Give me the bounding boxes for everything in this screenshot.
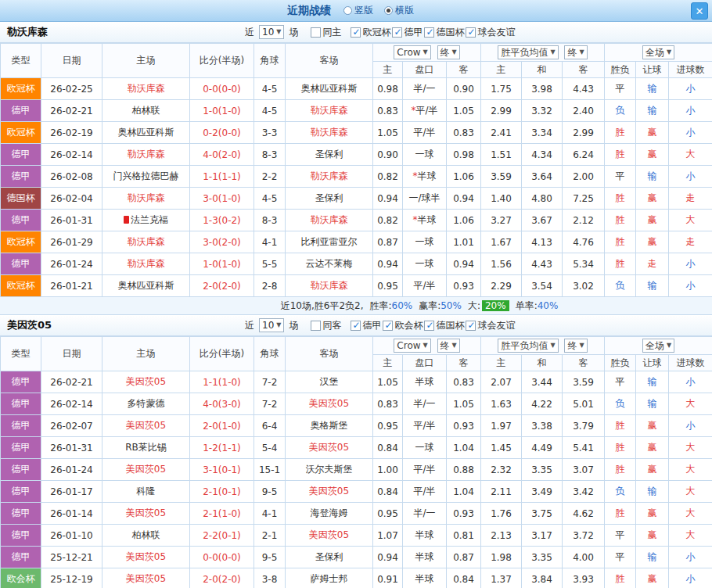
asia-away-odds: 0.84 — [447, 568, 481, 588]
away-team: 汉堡 — [286, 371, 373, 393]
home-team: 柏林联 — [102, 100, 190, 122]
result-goals: 小 — [669, 275, 712, 297]
checkbox-checked-icon — [351, 321, 361, 331]
page-title: 近期战绩 — [287, 4, 331, 18]
col-header-result-wdl: 胜负 — [605, 355, 636, 371]
match-row: 德甲25-12-21美因茨050-0(0-0)9-5圣保利0.94半球0.871… — [1, 547, 712, 568]
result-goals: 大 — [669, 525, 712, 547]
result-wdl: 胜 — [605, 503, 636, 525]
match-date: 26-01-21 — [41, 275, 102, 297]
result-handicap: 输 — [636, 393, 669, 415]
league-checkbox-欧冠杯[interactable]: 欧冠杯 — [351, 26, 390, 39]
euro-away-odds: 4.76 — [563, 231, 605, 253]
close-button[interactable]: ✕ — [691, 2, 708, 20]
handicap: 半球 — [403, 525, 447, 547]
away-team: 圣保利 — [286, 144, 373, 166]
checkbox-checked-icon — [392, 27, 402, 38]
asia-away-odds: 1.06 — [447, 166, 481, 188]
corners: 2-2 — [254, 166, 286, 188]
col-header-date: 日期 — [41, 44, 102, 78]
league-checkbox-球会友谊[interactable]: 球会友谊 — [466, 26, 515, 39]
match-count-select[interactable]: 10 ▼ — [259, 318, 284, 332]
result-goals: 小 — [669, 122, 712, 144]
dropdown-caret-icon: ▼ — [550, 46, 555, 59]
euro-odds-select[interactable]: 胜平负均值▼ — [498, 339, 558, 353]
asia-away-odds: 0.93 — [447, 415, 481, 437]
euro-home-odds: 2.11 — [481, 481, 522, 503]
checkbox-icon — [311, 27, 321, 38]
bookmaker-select[interactable]: Crow▼ — [394, 45, 430, 59]
euro-draw-odds: 3.49 — [522, 481, 563, 503]
asia-home-odds: 0.83 — [373, 100, 403, 122]
home-team: RB莱比锡 — [102, 437, 190, 459]
asia-odds-time-select[interactable]: 终▼ — [437, 45, 460, 59]
league-checkbox-球会友谊[interactable]: 球会友谊 — [466, 319, 515, 332]
away-team: 勒沃库森 — [286, 210, 373, 231]
asia-home-odds: 0.82 — [373, 210, 403, 231]
home-team: 美因茨05 — [102, 415, 190, 437]
games-label: 场 — [289, 26, 298, 39]
match-row: 欧冠杯26-01-21奥林匹亚科斯2-0(2-0)2-8勒沃库森0.95平/半0… — [1, 275, 712, 297]
result-handicap: 赢 — [636, 122, 669, 144]
result-goals: 小 — [669, 415, 712, 437]
handicap: 平/半 — [403, 122, 447, 144]
league-type-badge: 德甲 — [1, 100, 41, 122]
euro-away-odds: 2.40 — [563, 100, 605, 122]
league-checkbox-德国杯[interactable]: 德国杯 — [424, 319, 464, 332]
dropdown-caret-icon: ▼ — [579, 46, 584, 59]
result-wdl: 胜 — [605, 415, 636, 437]
euro-odds-select[interactable]: 胜平负均值▼ — [498, 45, 558, 59]
summary-profit-rate: 赢率:50% — [419, 299, 462, 313]
asia-home-odds: 0.94 — [373, 188, 403, 210]
euro-home-odds: 1.75 — [481, 78, 522, 100]
handicap: *半球 — [403, 166, 447, 188]
summary-win-value: 60% — [392, 300, 413, 311]
result-wdl: 负 — [605, 275, 636, 297]
league-type-badge: 德甲 — [1, 525, 41, 547]
period-select[interactable]: 全场▼ — [642, 45, 674, 59]
result-handicap: 赢 — [636, 188, 669, 210]
league-type-badge: 欧冠杯 — [1, 275, 41, 297]
dropdown-caret-icon: ▼ — [452, 46, 457, 59]
result-group-header: 全场▼ — [605, 337, 712, 355]
same-venue-checkbox[interactable]: 同主 — [311, 26, 341, 39]
handicap: 平/半 — [403, 481, 447, 503]
euro-odds-time-select[interactable]: 终▼ — [564, 339, 587, 353]
dropdown-caret-icon: ▼ — [276, 319, 281, 332]
same-venue-checkbox[interactable]: 同客 — [311, 319, 341, 332]
match-date: 26-01-10 — [41, 525, 102, 547]
asia-away-odds: 0.83 — [447, 122, 481, 144]
away-team: 云达不莱梅 — [286, 253, 373, 275]
match-date: 26-02-21 — [41, 371, 102, 393]
league-checkbox-德甲[interactable]: 德甲 — [351, 319, 381, 332]
layout-radio-horizontal[interactable]: 横版 — [384, 4, 414, 17]
away-team: 美因茨05 — [286, 393, 373, 415]
score: 3-0(1-0) — [190, 188, 254, 210]
league-checkbox-德甲[interactable]: 德甲 — [392, 26, 423, 39]
asia-odds-group-header: Crow▼ 终▼ — [373, 44, 481, 62]
score: 1-1(1-0) — [190, 371, 254, 393]
euro-home-odds: 1.45 — [481, 437, 522, 459]
asia-home-odds: 1.05 — [373, 371, 403, 393]
results-tbody: 德甲26-02-21美因茨051-1(1-0)7-2汉堡1.05半球0.832.… — [1, 371, 712, 588]
layout-radio-vertical[interactable]: 竖版 — [343, 4, 373, 17]
period-select[interactable]: 全场▼ — [642, 339, 674, 353]
bookmaker-select[interactable]: Crow▼ — [394, 339, 430, 353]
result-handicap: 赢 — [636, 210, 669, 231]
league-checkbox-德国杯[interactable]: 德国杯 — [424, 26, 464, 39]
handicap: 半球 — [403, 568, 447, 588]
corners: 7-2 — [254, 371, 286, 393]
euro-away-odds: 6.24 — [563, 144, 605, 166]
asia-home-odds: 1.05 — [373, 122, 403, 144]
checkbox-checked-icon — [424, 321, 434, 331]
euro-away-odds: 3.59 — [563, 371, 605, 393]
euro-draw-odds: 4.49 — [522, 437, 563, 459]
asia-odds-time-select[interactable]: 终▼ — [437, 339, 460, 353]
match-count-select[interactable]: 10 ▼ — [259, 25, 284, 39]
col-header-type: 类型 — [1, 337, 41, 371]
result-handicap: 输 — [636, 547, 669, 568]
euro-odds-time-select[interactable]: 终▼ — [564, 45, 587, 59]
league-type-badge: 德甲 — [1, 437, 41, 459]
asia-home-odds: 0.84 — [373, 481, 403, 503]
league-checkbox-欧会杯[interactable]: 欧会杯 — [383, 319, 423, 332]
